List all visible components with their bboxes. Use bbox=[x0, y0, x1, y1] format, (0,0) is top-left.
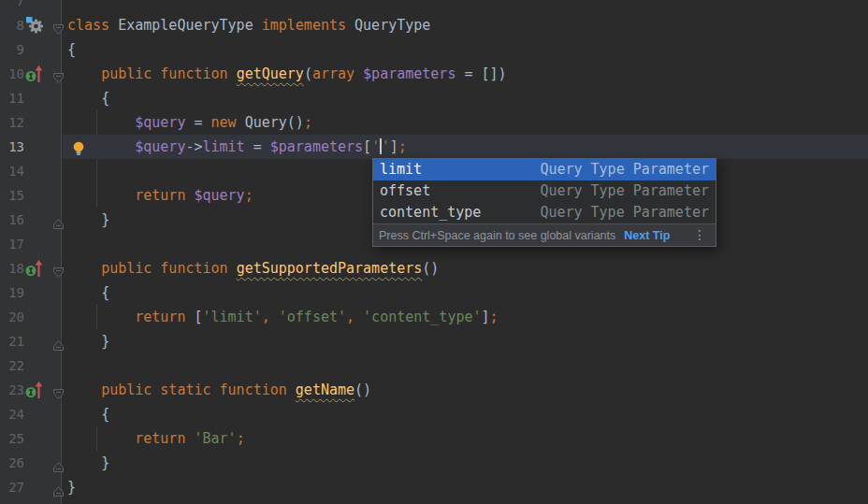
fold-start-marker[interactable] bbox=[52, 19, 65, 31]
code-text: { bbox=[67, 281, 109, 305]
kebab-menu-icon[interactable]: ⋮ bbox=[689, 224, 710, 246]
completion-item-type: Query Type Parameter bbox=[540, 159, 709, 180]
code-text: public function getSupportedParameters() bbox=[67, 256, 439, 281]
code-text: } bbox=[67, 475, 76, 499]
line-number: 12 bbox=[0, 110, 24, 135]
line-number: 18 bbox=[0, 256, 24, 281]
code-line[interactable]: 27} bbox=[0, 475, 868, 499]
completion-item[interactable]: offsetQuery Type Parameter bbox=[373, 180, 716, 202]
line-number: 21 bbox=[0, 329, 24, 353]
code-line[interactable]: 21 } bbox=[0, 329, 868, 353]
line-number: 25 bbox=[0, 426, 24, 451]
line-number: 15 bbox=[0, 183, 24, 208]
code-line[interactable]: 19 { bbox=[0, 281, 868, 305]
line-number: 27 bbox=[0, 475, 24, 499]
code-text: return $query; bbox=[67, 183, 253, 208]
line-number: 24 bbox=[0, 402, 24, 426]
code-line[interactable]: 13 $query->limit = $parameters['']; bbox=[0, 135, 868, 159]
code-text: class ExampleQueryType implements QueryT… bbox=[67, 13, 430, 37]
completion-item-label: content_type bbox=[380, 202, 481, 223]
code-line[interactable]: 24 { bbox=[0, 402, 868, 426]
completion-popup: limitQuery Type ParameteroffsetQuery Typ… bbox=[372, 158, 716, 247]
line-number: 26 bbox=[0, 451, 24, 475]
line-number: 16 bbox=[0, 208, 24, 232]
code-text: } bbox=[67, 208, 109, 232]
plugin-gear-icon[interactable] bbox=[24, 16, 47, 35]
code-line[interactable]: 20 return ['limit', 'offset', 'content_t… bbox=[0, 305, 868, 329]
fold-end-marker[interactable] bbox=[52, 481, 65, 493]
next-tip-link[interactable]: Next Tip bbox=[624, 229, 670, 242]
code-text: { bbox=[67, 37, 76, 62]
code-line[interactable]: 8class ExampleQueryType implements Query… bbox=[0, 13, 868, 37]
code-line[interactable]: 10 public function getQuery(array $param… bbox=[0, 62, 868, 86]
line-number: 10 bbox=[0, 62, 24, 86]
fold-start-marker[interactable] bbox=[52, 67, 65, 79]
code-line[interactable]: 22 bbox=[0, 353, 868, 378]
line-number: 8 bbox=[0, 13, 24, 37]
code-text: return ['limit', 'offset', 'content_type… bbox=[67, 305, 499, 329]
fold-end-marker[interactable] bbox=[52, 335, 65, 347]
editor-lines: 78class ExampleQueryType implements Quer… bbox=[0, 0, 868, 504]
code-line[interactable]: 11 { bbox=[0, 86, 868, 110]
code-line[interactable]: 12 $query = new Query(); bbox=[0, 110, 868, 135]
line-number: 20 bbox=[0, 305, 24, 329]
code-line[interactable]: 18 public function getSupportedParameter… bbox=[0, 256, 868, 281]
fold-end-marker[interactable] bbox=[52, 213, 65, 225]
implements-method-icon[interactable] bbox=[24, 65, 47, 83]
code-line[interactable]: 7 bbox=[0, 0, 868, 13]
line-number: 7 bbox=[0, 0, 24, 13]
completion-item-label: limit bbox=[380, 159, 422, 180]
implements-method-icon[interactable] bbox=[24, 259, 47, 278]
line-number: 11 bbox=[0, 86, 24, 110]
fold-end-marker[interactable] bbox=[52, 456, 65, 468]
line-number: 23 bbox=[0, 378, 24, 402]
code-editor: 78class ExampleQueryType implements Quer… bbox=[0, 0, 868, 504]
line-number: 13 bbox=[0, 135, 24, 159]
line-number: 17 bbox=[0, 232, 24, 256]
completion-item[interactable]: limitQuery Type Parameter bbox=[373, 159, 716, 180]
implements-method-icon[interactable] bbox=[24, 381, 47, 399]
completion-item[interactable]: content_typeQuery Type Parameter bbox=[373, 202, 716, 223]
code-text: public function getQuery(array $paramete… bbox=[67, 62, 507, 86]
code-text: } bbox=[67, 451, 109, 475]
completion-hint-text: Press Ctrl+Space again to see global var… bbox=[379, 229, 615, 242]
code-text: return 'Bar'; bbox=[67, 426, 245, 451]
completion-item-type: Query Type Parameter bbox=[540, 180, 709, 202]
completion-popup-footer: Press Ctrl+Space again to see global var… bbox=[373, 223, 716, 246]
fold-start-marker[interactable] bbox=[52, 262, 65, 274]
line-number: 9 bbox=[0, 37, 24, 62]
code-line[interactable]: 23 public static function getName() bbox=[0, 378, 868, 402]
fold-start-marker[interactable] bbox=[52, 383, 65, 396]
code-text: $query = new Query(); bbox=[67, 110, 312, 135]
completion-item-list: limitQuery Type ParameteroffsetQuery Typ… bbox=[373, 159, 716, 223]
code-line[interactable]: 9{ bbox=[0, 37, 868, 62]
line-number: 14 bbox=[0, 159, 24, 183]
code-text: { bbox=[67, 86, 109, 110]
code-line[interactable]: 25 return 'Bar'; bbox=[0, 426, 868, 451]
line-number: 22 bbox=[0, 353, 24, 378]
code-text: { bbox=[67, 402, 109, 426]
code-text: } bbox=[67, 329, 109, 353]
code-text: public static function getName() bbox=[67, 378, 371, 402]
code-text: $query->limit = $parameters['']; bbox=[67, 135, 407, 159]
line-number: 19 bbox=[0, 281, 24, 305]
code-line[interactable]: 26 } bbox=[0, 451, 868, 475]
completion-item-type: Query Type Parameter bbox=[540, 202, 709, 223]
completion-item-label: offset bbox=[380, 180, 430, 202]
